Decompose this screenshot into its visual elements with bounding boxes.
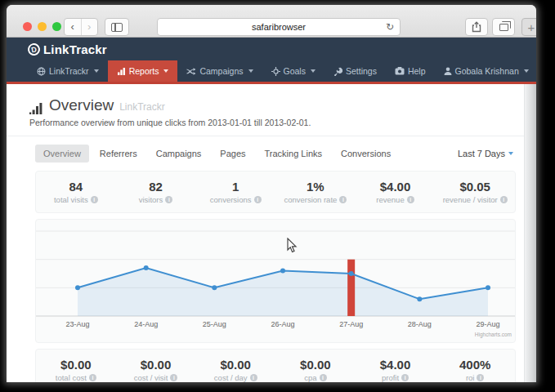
user-menu[interactable]: Gobala Krishnan <box>435 60 536 82</box>
date-range-dropdown[interactable]: Last 7 Days <box>458 149 513 158</box>
nav-label: Help <box>408 66 426 76</box>
stat-label: cost / visit <box>134 373 168 382</box>
chevron-down-icon <box>248 69 253 73</box>
info-icon[interactable] <box>91 196 98 203</box>
stat-label: visitors <box>139 195 163 204</box>
stat-value: $0.05 <box>459 180 490 194</box>
wrench-icon <box>333 67 342 76</box>
stat-value: 1 <box>232 180 239 194</box>
info-icon[interactable] <box>407 196 414 203</box>
stat-label: conversions <box>210 195 252 204</box>
stat-total-visits: 84 total visits <box>36 180 116 204</box>
chevron-down-icon <box>163 69 168 73</box>
stat-label: conversion rate <box>284 195 337 204</box>
address-bar[interactable]: safaribrowser ↻ <box>157 18 401 36</box>
report-tabs: Overview Referrers Campaigns Pages Track… <box>7 136 524 171</box>
info-icon[interactable] <box>250 374 257 381</box>
stat-value: $0.00 <box>300 358 331 372</box>
plus-icon: + <box>528 20 535 34</box>
stat-label: profit <box>382 373 399 382</box>
page-title-suffix: LinkTrackr <box>119 101 165 113</box>
tab-overview[interactable]: Overview <box>35 145 89 163</box>
stat-value: 1% <box>307 180 324 194</box>
svg-text:29-Aug: 29-Aug <box>476 320 499 328</box>
camera-icon <box>395 67 405 75</box>
browser-window: ‹ › safaribrowser ↻ + D LinkTrackr <box>7 5 536 382</box>
tab-pages[interactable]: Pages <box>212 145 253 163</box>
site-header: D LinkTrackr <box>7 38 536 60</box>
scrollbar-track[interactable] <box>524 84 536 382</box>
back-button[interactable]: ‹ <box>65 19 81 35</box>
nav-item-settings[interactable]: Settings <box>324 60 386 82</box>
new-tab-button[interactable]: + <box>521 18 536 36</box>
nav-item-reports[interactable]: Reports <box>108 60 178 82</box>
stat-value: 400% <box>459 358 490 372</box>
brand-name[interactable]: LinkTrackr <box>43 42 107 56</box>
tab-tracking-links[interactable]: Tracking Links <box>257 145 331 163</box>
sidebar-toggle-button[interactable] <box>105 18 129 36</box>
chevron-down-icon <box>311 69 316 73</box>
history-nav-group: ‹ › <box>64 18 98 36</box>
show-tabs-button[interactable] <box>492 18 515 36</box>
info-icon[interactable] <box>89 374 96 381</box>
stat-label: roi <box>466 373 475 382</box>
stat-revenue-visitor: $0.05 revenue / visitor <box>435 180 515 204</box>
nav-item-goals[interactable]: Goals <box>262 60 324 82</box>
overview-chart[interactable]: 23-Aug24-Aug25-Aug26-Aug27-Aug28-Aug29-A… <box>36 220 516 342</box>
page-header: Overview LinkTrackr Performance overview… <box>7 84 524 136</box>
mouse-cursor <box>287 238 298 253</box>
crosshair-icon <box>271 67 280 76</box>
info-icon[interactable] <box>254 196 262 203</box>
tab-campaigns[interactable]: Campaigns <box>148 145 210 163</box>
stats-panel-bottom: $0.00 total cost $0.00 cost / visit $0.0… <box>35 349 516 382</box>
svg-text:25-Aug: 25-Aug <box>203 320 226 328</box>
stat-value: $0.00 <box>220 358 251 372</box>
linktrackr-logo-icon: D <box>27 42 42 56</box>
nav-label: LinkTrackr <box>49 66 89 76</box>
close-window-button[interactable] <box>23 22 32 31</box>
reload-icon[interactable]: ↻ <box>386 19 394 35</box>
tabs-overview-icon <box>499 24 508 31</box>
shuffle-icon <box>186 67 196 76</box>
svg-text:Highcharts.com: Highcharts.com <box>475 332 512 338</box>
nav-label: Reports <box>129 66 159 76</box>
info-icon[interactable] <box>170 374 177 381</box>
stat-profit: $4.00 profit <box>356 358 436 382</box>
overview-bars-icon <box>29 102 43 114</box>
stat-value: $0.00 <box>60 358 92 372</box>
nav-item-campaigns[interactable]: Campaigns <box>177 60 262 82</box>
svg-text:27-Aug: 27-Aug <box>339 320 363 328</box>
app-nav: LinkTrackr Reports Campaigns <box>7 60 536 84</box>
stat-label: revenue <box>376 195 404 204</box>
nav-label: Goals <box>284 66 306 76</box>
forward-button[interactable]: › <box>81 19 98 35</box>
stat-cost-day: $0.00 cost / day <box>195 358 275 382</box>
svg-text:24-Aug: 24-Aug <box>134 320 158 328</box>
info-icon[interactable] <box>401 374 409 381</box>
stat-visitors: 82 visitors <box>116 180 196 204</box>
tab-referrers[interactable]: Referrers <box>92 145 145 163</box>
stats-panel-top: 84 total visits 82 visitors 1 conversion… <box>35 171 516 213</box>
stat-value: $0.00 <box>141 358 172 372</box>
svg-text:26-Aug: 26-Aug <box>271 320 294 328</box>
chevron-down-icon <box>524 69 529 73</box>
info-icon[interactable] <box>339 196 347 203</box>
page-subtitle: Performance overview from unique clicks … <box>29 118 524 127</box>
info-icon[interactable] <box>477 374 484 381</box>
tab-conversions[interactable]: Conversions <box>333 145 399 163</box>
share-button[interactable] <box>465 18 488 36</box>
zoom-window-button[interactable] <box>52 22 61 31</box>
minimize-window-button[interactable] <box>38 22 47 31</box>
info-icon[interactable] <box>165 196 172 203</box>
info-icon[interactable] <box>320 374 327 381</box>
nav-label: Settings <box>346 66 377 76</box>
nav-item-help[interactable]: Help <box>386 60 435 82</box>
main-content: Overview LinkTrackr Performance overview… <box>7 84 524 382</box>
nav-item-linktrackr[interactable]: LinkTrackr <box>28 60 108 82</box>
user-name: Gobala Krishnan <box>455 66 519 76</box>
info-icon[interactable] <box>500 196 508 203</box>
globe-icon <box>37 67 46 76</box>
stat-label: revenue / visitor <box>443 195 498 204</box>
stat-value: 82 <box>149 180 163 194</box>
date-range-label: Last 7 Days <box>458 149 505 158</box>
